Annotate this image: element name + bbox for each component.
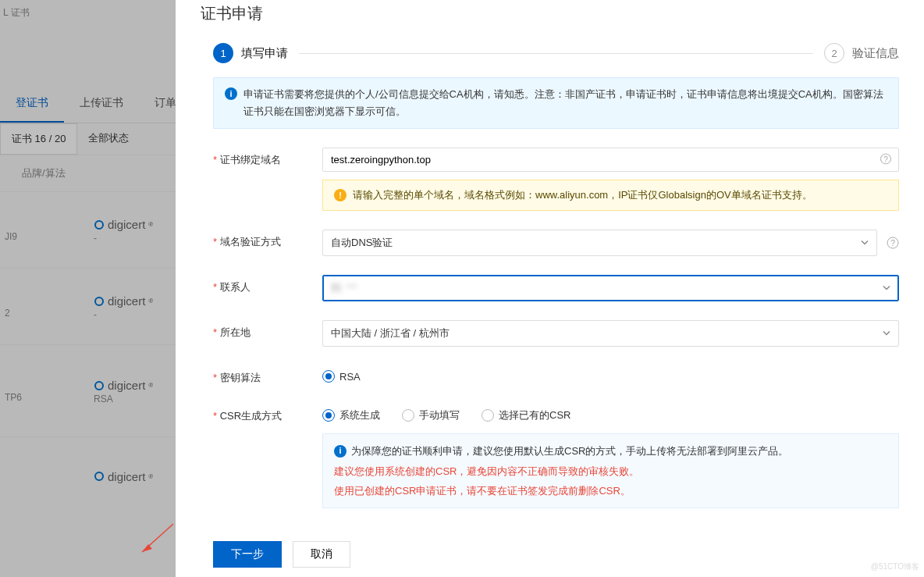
svg-marker-11 <box>142 544 152 552</box>
panel-footer: 下一步 取消 <box>176 533 924 577</box>
info-notice: i 申请证书需要将您提供的个人/公司信息提交给CA机构，请知悉。注意：非国产证书… <box>213 77 899 129</box>
domain-input[interactable] <box>322 148 899 172</box>
csr-info-box: i 为保障您的证书顺利申请，建议您使用默认生成CSR的方式，手动上传将无法部署到… <box>322 433 899 508</box>
radio-rsa-label: RSA <box>339 371 361 383</box>
verify-help-icon[interactable]: ? <box>887 237 899 249</box>
step-2: 2 验证信息 <box>824 43 899 63</box>
svg-text:?: ? <box>890 238 895 248</box>
location-select[interactable]: 中国大陆 / 浙江省 / 杭州市 <box>322 320 899 347</box>
panel-body: i 申请证书需要将您提供的个人/公司信息提交给CA机构，请知悉。注意：非国产证书… <box>176 66 924 533</box>
info-icon: i <box>334 445 346 458</box>
radio-dot-icon <box>482 409 494 422</box>
radio-dot-icon <box>402 409 414 422</box>
radio-csr-system-label: 系统生成 <box>339 408 380 422</box>
radio-csr-existing-label: 选择已有的CSR <box>499 408 570 422</box>
step-1-label: 填写申请 <box>241 46 288 61</box>
panel-title: 证书申请 <box>176 0 924 38</box>
field-key-algo: 密钥算法 RSA <box>213 365 899 385</box>
step-1-number: 1 <box>213 43 233 63</box>
next-button[interactable]: 下一步 <box>213 541 282 568</box>
radio-rsa[interactable]: RSA <box>322 370 361 383</box>
warning-icon: ! <box>334 189 346 201</box>
csr-warn-2: 使用已创建的CSR申请证书，请不要在证书签发完成前删除CSR。 <box>334 482 887 500</box>
wizard-steps: 1 填写申请 2 验证信息 <box>176 38 924 66</box>
svg-text:?: ? <box>883 155 888 163</box>
key-algo-radios: RSA <box>322 365 899 383</box>
field-contact: 联系人 刘 ** <box>213 275 899 301</box>
radio-csr-system[interactable]: 系统生成 <box>322 408 380 422</box>
csr-info-text: 为保障您的证书顺利申请，建议您使用默认生成CSR的方式，手动上传将无法部署到阿里… <box>351 442 788 460</box>
csr-info-line: i 为保障您的证书顺利申请，建议您使用默认生成CSR的方式，手动上传将无法部署到… <box>334 442 887 460</box>
field-domain: 证书绑定域名 ? ! 请输入完整的单个域名，域名格式例如：www.aliyun.… <box>213 148 899 211</box>
radio-csr-manual-label: 手动填写 <box>419 408 460 422</box>
field-location-label: 所在地 <box>213 320 322 340</box>
contact-value: 刘 ** <box>331 281 358 295</box>
field-verify-label: 域名验证方式 <box>213 230 322 249</box>
modal-backdrop[interactable] <box>0 0 176 577</box>
radio-dot-icon <box>322 370 335 383</box>
field-csr-label: CSR生成方式 <box>213 404 322 423</box>
field-csr: CSR生成方式 系统生成 手动填写 选择已有的CSR <box>213 404 899 508</box>
chevron-down-icon <box>861 237 869 249</box>
svg-text:i: i <box>229 89 232 98</box>
contact-select[interactable]: 刘 ** <box>322 275 899 301</box>
info-notice-text: 申请证书需要将您提供的个人/公司信息提交给CA机构，请知悉。注意：非国产证书，申… <box>243 86 887 120</box>
radio-dot-icon <box>322 409 335 422</box>
step-2-label: 验证信息 <box>852 46 899 61</box>
step-2-number: 2 <box>824 43 844 63</box>
verify-value: 自动DNS验证 <box>331 237 393 248</box>
field-domain-label: 证书绑定域名 <box>213 148 322 167</box>
field-contact-label: 联系人 <box>213 275 322 294</box>
chevron-down-icon <box>883 283 890 294</box>
cancel-button[interactable]: 取消 <box>293 541 350 568</box>
radio-csr-manual[interactable]: 手动填写 <box>402 408 460 422</box>
cert-request-panel: 证书申请 1 填写申请 2 验证信息 i 申请证书需要将您提供的个人/公司信息提… <box>176 0 924 577</box>
step-connector <box>299 53 813 54</box>
field-location: 所在地 中国大陆 / 浙江省 / 杭州市 <box>213 320 899 347</box>
watermark: @51CTO博客 <box>871 561 919 572</box>
step-1: 1 填写申请 <box>213 43 288 63</box>
chevron-down-icon <box>883 328 890 340</box>
domain-hint-text: 请输入完整的单个域名，域名格式例如：www.aliyun.com，IP证书仅Gl… <box>353 188 812 202</box>
csr-radios: 系统生成 手动填写 选择已有的CSR <box>322 404 899 422</box>
field-key-algo-label: 密钥算法 <box>213 365 322 385</box>
csr-warn-1: 建议您使用系统创建的CSR，避免因内容不正确而导致的审核失败。 <box>334 462 887 480</box>
annotation-arrow-icon <box>133 519 179 558</box>
help-icon[interactable]: ? <box>880 153 891 166</box>
verify-select[interactable]: 自动DNS验证 <box>322 230 877 256</box>
field-verify: 域名验证方式 自动DNS验证 ? <box>213 230 899 256</box>
location-value: 中国大陆 / 浙江省 / 杭州市 <box>331 327 450 339</box>
radio-csr-existing[interactable]: 选择已有的CSR <box>482 408 570 422</box>
domain-hint: ! 请输入完整的单个域名，域名格式例如：www.aliyun.com，IP证书仅… <box>322 180 899 211</box>
info-icon: i <box>225 87 237 100</box>
